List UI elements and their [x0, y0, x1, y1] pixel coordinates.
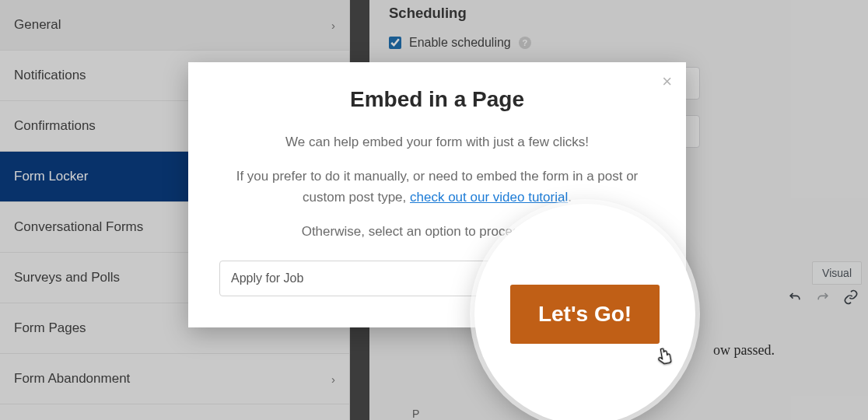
scheduling-heading: Scheduling [389, 5, 854, 22]
video-tutorial-link[interactable]: check out our video tutorial [410, 190, 568, 205]
visual-tab[interactable]: Visual [812, 261, 862, 285]
sidebar-item-general[interactable]: General › [0, 0, 349, 51]
sidebar-item-label: Confirmations [14, 118, 96, 134]
undo-icon[interactable] [787, 289, 803, 308]
enable-scheduling-label: Enable scheduling [409, 36, 511, 50]
modal-manual-hint: If you prefer to do it manually, or need… [219, 166, 655, 208]
sidebar-item-label: Form Abandonment [14, 371, 130, 387]
chevron-right-icon: › [331, 19, 335, 32]
sidebar-item-label: Notifications [14, 68, 86, 83]
close-icon[interactable]: × [662, 73, 672, 90]
lets-go-button[interactable]: Let's Go! [510, 285, 660, 344]
sidebar-item-label: Form Locker [14, 169, 88, 184]
pointer-cursor-icon [653, 345, 678, 373]
zoom-highlight: Let's Go! [474, 204, 695, 420]
redo-icon[interactable] [815, 289, 831, 308]
sidebar-item-label: General [14, 17, 61, 33]
enable-scheduling-row: Enable scheduling ? [389, 36, 854, 50]
chevron-right-icon: › [331, 373, 335, 386]
sidebar-item-form-abandonment[interactable]: Form Abandonment › [0, 354, 349, 404]
editor-path-indicator: P [412, 408, 419, 420]
link-icon[interactable] [843, 289, 859, 308]
editor-body-text: ow passed. [713, 342, 775, 359]
sidebar-item-label: Conversational Forms [14, 219, 143, 235]
editor-toolbar: Visual [787, 289, 859, 308]
help-icon[interactable]: ? [519, 37, 531, 49]
enable-scheduling-checkbox[interactable] [389, 37, 401, 49]
sidebar-item-post-submissions[interactable]: Post Submissions › [0, 404, 349, 420]
sidebar-item-label: Form Pages [14, 320, 86, 336]
modal-intro: We can help embed your form with just a … [219, 132, 655, 152]
sidebar-item-label: Surveys and Polls [14, 270, 120, 285]
modal-title: Embed in a Page [219, 87, 655, 112]
